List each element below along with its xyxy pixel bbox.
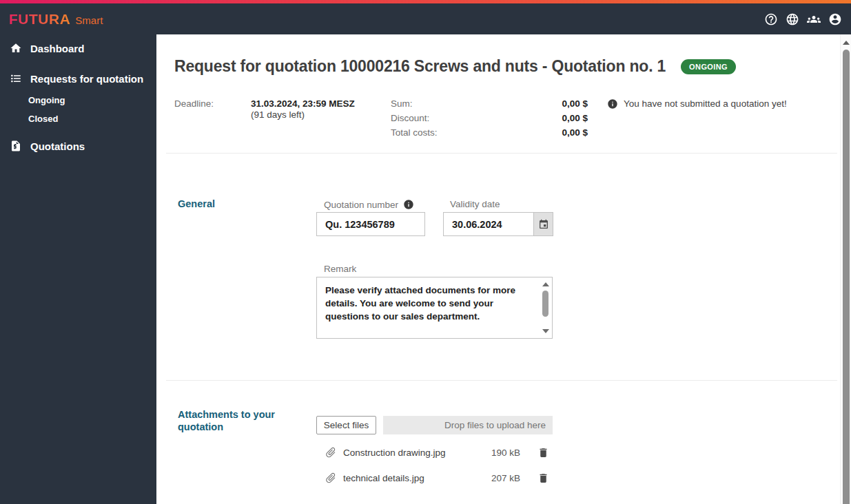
- sidebar-subitem-label: Ongoing: [28, 95, 65, 105]
- total-costs-label: Total costs:: [391, 127, 438, 141]
- remark-textarea[interactable]: Please verify attached documents for mor…: [316, 277, 553, 339]
- sidebar-item-quotations[interactable]: Quotations: [0, 134, 156, 158]
- validity-date-input[interactable]: 30.06.2024: [443, 212, 553, 236]
- totals-table: Sum: 0,00 $ Discount: 0,00 $ Total costs…: [391, 98, 588, 142]
- attachment-filesize: 207 kB: [482, 473, 520, 483]
- no-quotation-info-text: You have not submitted a quotation yet!: [624, 98, 787, 109]
- help-icon[interactable]: [763, 12, 778, 26]
- delete-attachment-button[interactable]: [537, 446, 549, 459]
- info-icon[interactable]: [403, 199, 414, 210]
- logo-text: FUTURA: [9, 11, 70, 28]
- attachment-row: Construction drawing.jpg 190 kB: [325, 445, 549, 459]
- attachment-filename: Construction drawing.jpg: [343, 448, 482, 458]
- sidebar-subitem-label: Closed: [28, 114, 58, 124]
- scroll-up-arrow[interactable]: [843, 41, 850, 45]
- section-divider: [166, 153, 837, 154]
- deadline-value: 31.03.2024, 23:59 MESZ: [251, 98, 391, 109]
- status-badge: ONGOING: [681, 59, 736, 74]
- paperclip-icon: [325, 472, 337, 484]
- attachment-row: technical details.jpg 207 kB: [325, 471, 549, 485]
- logo-suffix-text: Smart: [75, 14, 103, 26]
- sidebar-subitem-closed[interactable]: Closed: [0, 109, 156, 128]
- app-window: FUTURA Smart Dashboard: [0, 0, 851, 504]
- general-section-label: General: [178, 198, 215, 210]
- attachment-filesize: 190 kB: [482, 448, 520, 458]
- sidebar-item-label: Requests for quotation: [30, 73, 143, 85]
- sidebar-subitem-ongoing[interactable]: Ongoing: [0, 91, 156, 109]
- calendar-icon: [538, 219, 549, 230]
- discount-label: Discount:: [391, 113, 429, 127]
- remark-text: Please verify attached documents for mor…: [317, 277, 552, 329]
- trash-icon: [537, 472, 549, 484]
- header-icon-group: [763, 3, 842, 34]
- summary-row: Deadline: 31.03.2024, 23:59 MESZ (91 day…: [174, 98, 787, 142]
- paperclip-icon: [325, 446, 337, 459]
- calendar-picker-button[interactable]: [533, 213, 553, 235]
- users-group-icon[interactable]: [806, 12, 821, 26]
- scrollbar-thumb[interactable]: [542, 291, 548, 317]
- trash-icon: [537, 447, 549, 459]
- main-content: Request for quotation 10000216 Screws an…: [156, 34, 840, 504]
- info-icon: [607, 98, 618, 109]
- select-files-button[interactable]: Select files: [316, 416, 376, 434]
- account-icon[interactable]: [828, 12, 842, 26]
- deadline-value-block: 31.03.2024, 23:59 MESZ (91 days left): [251, 98, 391, 142]
- totals-row-sum: Sum: 0,00 $: [391, 98, 588, 112]
- app-logo[interactable]: FUTURA Smart: [0, 11, 103, 28]
- sidebar-item-label: Dashboard: [30, 43, 84, 54]
- list-icon: [10, 72, 22, 85]
- file-dropzone[interactable]: Drop files to upload here: [383, 416, 553, 434]
- validity-date-value: 30.06.2024: [444, 219, 533, 230]
- page-title: Request for quotation 10000216 Screws an…: [174, 57, 666, 76]
- home-icon: [10, 42, 22, 54]
- scroll-down-arrow[interactable]: [542, 329, 549, 333]
- section-divider: [166, 380, 837, 381]
- attachments-section-label: Attachments to your quotation: [178, 408, 288, 433]
- sidebar-item-requests-for-quotation[interactable]: Requests for quotation: [0, 66, 156, 91]
- totals-row-total-costs: Total costs: 0,00 $: [391, 127, 588, 141]
- scrollbar-thumb[interactable]: [843, 50, 850, 504]
- total-costs-value: 0,00 $: [562, 127, 588, 141]
- remark-label: Remark: [324, 264, 356, 274]
- dropzone-label: Drop files to upload here: [444, 420, 546, 430]
- no-quotation-info: You have not submitted a quotation yet!: [607, 98, 787, 142]
- deadline-label: Deadline:: [174, 98, 251, 142]
- sidebar-nav: Dashboard Requests for quotation Ongoing…: [0, 34, 156, 504]
- deadline-days-left: (91 days left): [251, 109, 391, 120]
- quotation-number-label: Quotation number: [324, 199, 414, 210]
- totals-row-discount: Discount: 0,00 $: [391, 113, 588, 127]
- page-scrollbar[interactable]: [840, 34, 851, 504]
- upload-controls: Select files Drop files to upload here: [316, 416, 553, 434]
- attachment-filename: technical details.jpg: [343, 473, 482, 483]
- language-globe-icon[interactable]: [785, 12, 799, 26]
- discount-value: 0,00 $: [562, 113, 588, 127]
- sum-value: 0,00 $: [562, 98, 588, 112]
- scroll-up-arrow[interactable]: [542, 282, 549, 286]
- remark-scrollbar: [540, 278, 551, 337]
- sum-label: Sum:: [391, 98, 413, 112]
- sidebar-item-dashboard[interactable]: Dashboard: [0, 36, 156, 61]
- top-header: FUTURA Smart: [0, 3, 851, 34]
- title-row: Request for quotation 10000216 Screws an…: [174, 57, 826, 76]
- sidebar-item-label: Quotations: [30, 140, 85, 152]
- quote-document-icon: [10, 140, 22, 152]
- validity-date-label: Validity date: [450, 199, 500, 209]
- delete-attachment-button[interactable]: [537, 472, 549, 484]
- quotation-number-input[interactable]: Qu. 123456789: [316, 212, 425, 236]
